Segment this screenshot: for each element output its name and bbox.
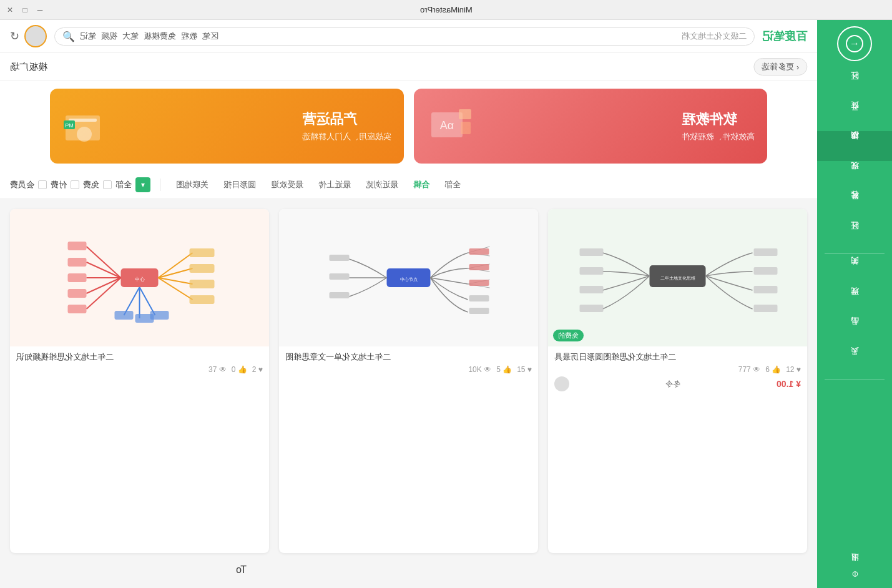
- banner-software[interactable]: Aα 软件教程 高效软件、教程软件: [414, 89, 768, 164]
- cat-browse[interactable]: 最近浏览: [361, 177, 403, 192]
- card-2-footer: 二年土地文化单一文章思维图 ♥ 15 👍 5 👁 10K: [279, 346, 538, 379]
- sidebar-item-close[interactable]: 关闭: [817, 257, 892, 287]
- sidebar-item-people[interactable]: 人员: [817, 346, 892, 376]
- paid-checkbox[interactable]: [38, 180, 47, 189]
- card-3[interactable]: 二年土地文化思维: [548, 209, 807, 553]
- card-2[interactable]: 中心节点: [279, 209, 538, 553]
- card-3-stats: ♥ 12 👍 6 👁 777: [554, 365, 801, 374]
- cat-all[interactable]: 全部: [439, 177, 466, 192]
- tag-bigpen[interactable]: 笔大: [122, 31, 139, 42]
- right-sidebar: → 社区 云文件 模板广场 发现 民客社 社区 关闭 发现 出品 人员 ⊖ 退出: [817, 20, 892, 588]
- svg-rect-34: [150, 311, 169, 320]
- cat-daily[interactable]: 圆形日报: [218, 177, 261, 192]
- content-area: ↻ 🔍 笔记 视频 笔大 免费模板 教程 区笔 二级文化土地文档 百度笔记 模板…: [0, 20, 817, 588]
- svg-rect-49: [330, 273, 350, 280]
- tag-tutorial[interactable]: 教程: [181, 31, 197, 42]
- sidebar-item-discover[interactable]: 发现: [817, 161, 892, 191]
- avatar[interactable]: [24, 25, 47, 47]
- svg-rect-43: [469, 248, 489, 255]
- minimize-button[interactable]: ─: [35, 5, 45, 15]
- card-1-hearts: ♥ 2: [252, 365, 263, 374]
- svg-rect-7: [459, 109, 471, 119]
- card-1[interactable]: 中心: [10, 209, 269, 553]
- back-button[interactable]: ‹ 更多筛选: [753, 58, 807, 76]
- card-1-footer: 二年土地文化思维视频知识 ♥ 2 👍 0 👁 37: [10, 346, 269, 379]
- sidebar-arrow-btn[interactable]: →: [837, 26, 872, 61]
- svg-text:二年土地文化思维: 二年土地文化思维: [660, 276, 695, 280]
- svg-text:中心节点: 中心节点: [400, 277, 418, 282]
- search-icon: 🔍: [62, 31, 75, 42]
- free-label: 免费: [83, 179, 99, 190]
- sidebar-item-templates[interactable]: 模板广场: [817, 131, 892, 161]
- logout-icon: ⊖: [850, 571, 860, 578]
- card-1-image: 中心: [10, 209, 269, 346]
- sidebar-divider: [825, 253, 885, 254]
- svg-rect-26: [68, 289, 87, 298]
- search-bar[interactable]: 🔍 笔记 视频 笔大 免费模板 教程 区笔 二级文化土地文档: [54, 27, 755, 46]
- logo: 百度笔记: [762, 29, 807, 44]
- svg-rect-58: [580, 267, 604, 275]
- banner-text-2: 软件教程 高效软件、教程软件: [682, 110, 755, 142]
- svg-rect-30: [190, 280, 215, 288]
- card-3-hearts: ♥ 12: [786, 365, 801, 374]
- svg-line-15: [87, 278, 121, 309]
- card-1-title: 二年土地文化思维视频知识: [16, 351, 263, 363]
- svg-line-12: [87, 262, 121, 278]
- svg-rect-54: [754, 267, 778, 275]
- svg-text:→: →: [850, 38, 860, 49]
- svg-rect-59: [580, 286, 604, 293]
- card-3-title: 二年土地文化思维图圆形日历最具: [554, 351, 801, 363]
- cat-recent[interactable]: 最近上传: [313, 177, 356, 192]
- card-3-views: 👁 777: [738, 365, 760, 374]
- svg-rect-45: [469, 280, 489, 286]
- card-2-title: 二年土地文化单一文章思维图: [285, 351, 532, 363]
- card-1-views: 👁 37: [208, 365, 227, 374]
- card-3-image: 二年土地文化思维: [548, 209, 807, 346]
- sidebar-item-minks[interactable]: 民客社: [817, 191, 892, 221]
- header: ↻ 🔍 笔记 视频 笔大 免费模板 教程 区笔 二级文化土地文档 百度笔记: [0, 20, 817, 53]
- refresh-icon[interactable]: ↻: [10, 29, 19, 43]
- svg-text:PM: PM: [65, 122, 74, 129]
- banners: PM 产品运营 实战应用、入门人群精选 Aα: [0, 81, 817, 171]
- window-title: MiniMasterPro: [420, 5, 473, 14]
- filter-group-membership: 会员费 付费 免费 全部 ▾: [10, 177, 150, 192]
- svg-rect-25: [68, 273, 87, 282]
- cat-popular[interactable]: 最受欢迎: [266, 177, 308, 192]
- card-3-price-row: 冬令 ¥ 1.00: [554, 376, 801, 391]
- sidebar-item-cloud[interactable]: 云文件: [817, 101, 892, 131]
- tag-free-template[interactable]: 免费模板: [144, 31, 176, 42]
- cards-grid: 中心: [0, 199, 817, 563]
- svg-rect-53: [754, 248, 778, 256]
- svg-text:中心: 中心: [135, 277, 145, 282]
- tag-area[interactable]: 区笔: [202, 31, 218, 42]
- tag-video[interactable]: 视频: [101, 31, 117, 42]
- banner-decoration-2: Aα: [426, 103, 476, 149]
- maximize-button[interactable]: □: [20, 5, 30, 15]
- cat-collection[interactable]: 合辑: [408, 177, 434, 192]
- window-controls[interactable]: ✕ □ ─: [5, 5, 45, 15]
- sidebar-item-logout[interactable]: ⊖ 退出: [817, 558, 892, 588]
- banner-decoration-1: PM: [62, 103, 112, 149]
- free-checkbox[interactable]: [71, 180, 79, 189]
- card-1-stats: ♥ 2 👍 0 👁 37: [16, 365, 263, 374]
- sidebar-item-produce[interactable]: 出品: [817, 316, 892, 346]
- all-label: 全部: [115, 179, 132, 190]
- filter-dropdown[interactable]: ▾: [135, 177, 150, 192]
- banner-product[interactable]: PM 产品运营 实战应用、入门人群精选: [50, 89, 404, 164]
- card-2-views: 👁 10K: [468, 365, 491, 374]
- card-2-hearts: ♥ 15: [517, 365, 532, 374]
- free-badge: 免费的: [553, 330, 584, 341]
- svg-rect-32: [115, 311, 134, 320]
- filter-bar: 会员费 付费 免费 全部 ▾ 关联地图 圆形日报 最受欢迎 最近上传 最近浏览 …: [0, 171, 817, 199]
- close-button[interactable]: ✕: [5, 5, 15, 15]
- page-title: 模板广场: [10, 61, 47, 73]
- banner-text-1: 产品运营 实战应用、入门人群精选: [302, 110, 391, 142]
- tag-notes[interactable]: 笔记: [80, 31, 96, 42]
- member-label: 会员费: [10, 179, 34, 190]
- all-checkbox[interactable]: [103, 180, 112, 189]
- sidebar-item-social[interactable]: 社区: [817, 221, 892, 251]
- sidebar-item-community[interactable]: 社区: [817, 71, 892, 101]
- sidebar-item-discover2[interactable]: 发现: [817, 287, 892, 316]
- cat-related[interactable]: 关联地图: [171, 177, 213, 192]
- header-icons: ↻: [10, 25, 47, 47]
